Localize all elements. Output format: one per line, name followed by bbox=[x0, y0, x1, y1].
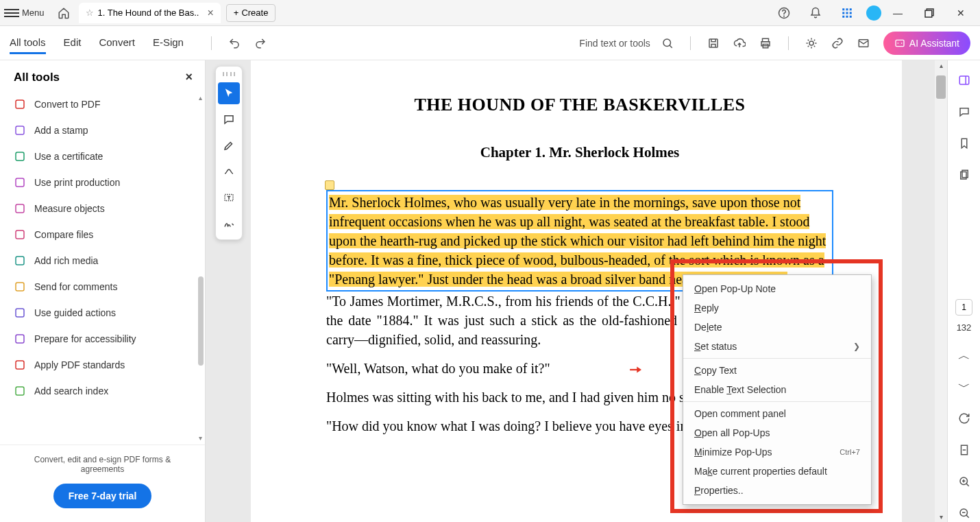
window-minimize-icon[interactable]: — bbox=[888, 3, 907, 23]
link-icon[interactable] bbox=[829, 34, 846, 52]
sidebar-close-icon[interactable]: × bbox=[185, 70, 193, 84]
context-menu-item[interactable]: Open comment panel bbox=[683, 404, 871, 423]
svg-rect-30 bbox=[16, 335, 24, 343]
highlight-tool-icon[interactable] bbox=[218, 134, 240, 156]
home-icon[interactable] bbox=[54, 3, 73, 23]
search-icon[interactable] bbox=[659, 34, 676, 52]
svg-rect-5 bbox=[842, 12, 844, 14]
main-scrollbar[interactable]: ▴ ▾ bbox=[935, 60, 947, 522]
context-menu-item[interactable]: Open Pop-Up Note bbox=[683, 279, 871, 298]
right-rail: 1 132 ︿ ﹀ bbox=[947, 60, 980, 522]
tab-convert[interactable]: Convert bbox=[99, 32, 135, 54]
print-icon[interactable] bbox=[757, 34, 774, 52]
tab-esign[interactable]: E-Sign bbox=[153, 32, 184, 54]
textbox-tool-icon[interactable] bbox=[218, 187, 240, 209]
sign-tool-icon[interactable] bbox=[218, 213, 240, 235]
svg-rect-22 bbox=[16, 126, 24, 134]
window-maximize-icon[interactable] bbox=[920, 3, 939, 23]
zoom-in-icon[interactable] bbox=[955, 473, 973, 490]
help-icon[interactable] bbox=[774, 3, 794, 23]
floating-toolstrip[interactable] bbox=[215, 66, 243, 240]
apps-icon[interactable] bbox=[837, 3, 857, 23]
star-icon[interactable]: ☆ bbox=[86, 8, 94, 18]
context-menu-item[interactable]: Minimize Pop-UpsCtrl+7 bbox=[683, 442, 871, 462]
tool-item[interactable]: Convert to PDF bbox=[0, 91, 205, 117]
context-menu-item[interactable]: Delete bbox=[683, 318, 871, 337]
tool-icon bbox=[14, 307, 26, 319]
bookmark-icon[interactable] bbox=[955, 134, 973, 152]
ai-assistant-button[interactable]: AI Assistant bbox=[883, 32, 970, 55]
highlighted-text: Mr. Sherlock Holmes, who was usually ver… bbox=[329, 195, 826, 287]
context-menu-item[interactable]: Reply bbox=[683, 298, 871, 318]
scroll-up-icon[interactable]: ▴ bbox=[935, 62, 947, 69]
context-menu-item[interactable]: Copy Text bbox=[683, 361, 871, 380]
create-button[interactable]: + Create bbox=[226, 4, 276, 22]
comment-tool-icon[interactable] bbox=[218, 108, 240, 130]
redo-icon[interactable] bbox=[252, 34, 269, 52]
tool-item[interactable]: Send for comments bbox=[0, 274, 205, 300]
hamburger-icon[interactable] bbox=[4, 5, 19, 21]
tool-label: Send for comments bbox=[34, 281, 117, 292]
tool-label: Prepare for accessibility bbox=[34, 333, 136, 344]
menu-label[interactable]: Menu bbox=[22, 8, 45, 18]
fit-page-icon[interactable] bbox=[955, 441, 973, 459]
svg-rect-33 bbox=[959, 76, 969, 84]
chevron-right-icon: ❯ bbox=[853, 342, 860, 351]
scroll-down-icon[interactable]: ▾ bbox=[935, 513, 947, 521]
context-menu-item[interactable]: Properties.. bbox=[683, 481, 871, 500]
mail-icon[interactable] bbox=[855, 34, 872, 52]
select-tool-icon[interactable] bbox=[218, 82, 240, 104]
tool-icon bbox=[14, 176, 26, 189]
tool-item[interactable]: Add search index bbox=[0, 378, 205, 404]
avatar[interactable] bbox=[866, 5, 881, 21]
page-up-icon[interactable]: ︿ bbox=[955, 346, 973, 364]
save-icon[interactable] bbox=[705, 34, 722, 52]
panel-toggle-icon[interactable] bbox=[955, 71, 973, 89]
titlebar: Menu ☆ 1. The Hound of the Bas.. × + Cre… bbox=[0, 0, 980, 26]
scroll-up-icon[interactable]: ▴ bbox=[199, 94, 202, 102]
undo-icon[interactable] bbox=[225, 34, 243, 52]
document-tab[interactable]: ☆ 1. The Hound of the Bas.. × bbox=[79, 3, 221, 23]
tool-item[interactable]: Measure objects bbox=[0, 195, 205, 222]
comment-icon[interactable] bbox=[955, 103, 973, 121]
note-indicator-icon[interactable] bbox=[325, 180, 334, 190]
tool-item[interactable]: Use a certificate bbox=[0, 143, 205, 169]
window-close-icon[interactable]: ✕ bbox=[951, 3, 970, 23]
scrollbar-thumb[interactable] bbox=[936, 75, 946, 99]
tool-item[interactable]: Prepare for accessibility bbox=[0, 326, 205, 352]
tab-edit[interactable]: Edit bbox=[64, 32, 82, 54]
scroll-down-icon[interactable]: ▾ bbox=[199, 434, 202, 442]
zoom-out-icon[interactable] bbox=[955, 504, 973, 522]
context-menu-item[interactable]: Open all Pop-Ups bbox=[683, 423, 871, 442]
grip-icon[interactable] bbox=[223, 72, 235, 76]
page-current[interactable]: 1 bbox=[955, 299, 972, 316]
context-menu-item[interactable]: Set status❯ bbox=[683, 337, 871, 356]
page-down-icon[interactable]: ﹀ bbox=[955, 378, 973, 396]
ai-star-icon[interactable] bbox=[803, 34, 820, 52]
tool-item[interactable]: Use print production bbox=[0, 169, 205, 195]
tool-item[interactable]: Add rich media bbox=[0, 248, 205, 274]
menu-separator bbox=[683, 401, 871, 402]
tool-item[interactable]: Use guided actions bbox=[0, 300, 205, 326]
tool-item[interactable]: Compare files bbox=[0, 222, 205, 248]
tool-icon bbox=[14, 333, 26, 345]
svg-rect-3 bbox=[846, 8, 848, 10]
bell-icon[interactable] bbox=[806, 3, 825, 23]
menu-item-label: Reply bbox=[694, 302, 719, 313]
tool-icon bbox=[14, 98, 26, 110]
page-total: 132 bbox=[957, 322, 972, 333]
tab-close-icon[interactable]: × bbox=[207, 7, 213, 19]
tab-all-tools[interactable]: All tools bbox=[10, 32, 46, 54]
tool-item[interactable]: Apply PDF standards bbox=[0, 352, 205, 378]
draw-tool-icon[interactable] bbox=[218, 161, 240, 182]
upload-icon[interactable] bbox=[731, 34, 748, 52]
svg-point-1 bbox=[784, 16, 785, 16]
trial-button[interactable]: Free 7-day trial bbox=[53, 484, 152, 508]
scrollbar-thumb[interactable] bbox=[198, 276, 204, 366]
thumbnails-icon[interactable] bbox=[955, 166, 973, 184]
separator bbox=[788, 36, 789, 50]
context-menu-item[interactable]: Make current properties default bbox=[683, 462, 871, 481]
context-menu-item[interactable]: Enable Text Selection bbox=[683, 380, 871, 399]
tool-item[interactable]: Add a stamp bbox=[0, 117, 205, 143]
rotate-icon[interactable] bbox=[955, 410, 973, 427]
